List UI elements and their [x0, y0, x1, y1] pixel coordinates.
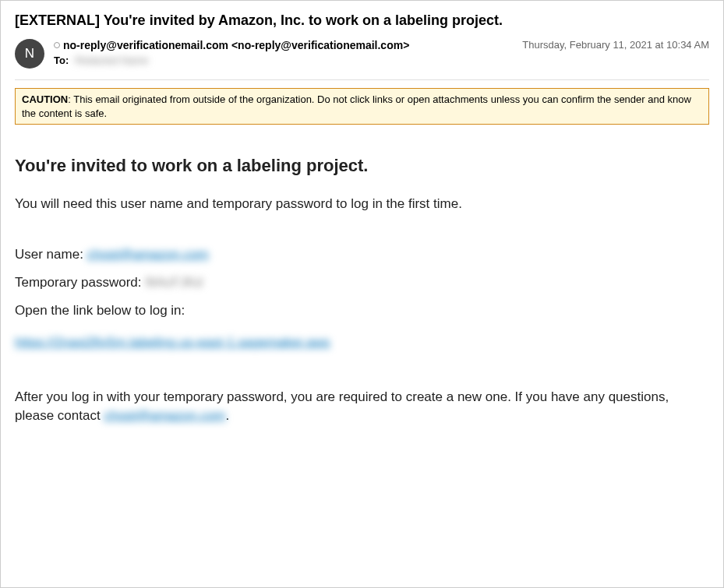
status-dot-icon: [54, 42, 60, 48]
sender-block: no-reply@verificationemail.com <no-reply…: [54, 39, 513, 66]
caution-text: : This email originated from outside of …: [22, 93, 691, 119]
open-link-label: Open the link below to log in:: [15, 297, 709, 325]
username-line: User name: chopt@amazon.com: [15, 241, 709, 269]
email-header: N no-reply@verificationemail.com <no-rep…: [15, 39, 709, 69]
email-body: You're invited to work on a labeling pro…: [15, 125, 709, 424]
sender-address[interactable]: no-reply@verificationemail.com <no-reply…: [63, 39, 409, 51]
password-value: 9tAcFJKd: [145, 275, 203, 290]
body-intro: You will need this user name and tempora…: [15, 195, 709, 214]
after-text-2: .: [226, 408, 230, 423]
caution-label: CAUTION: [22, 93, 68, 105]
caution-banner: CAUTION: This email originated from outs…: [15, 88, 709, 125]
email-subject: [EXTERNAL] You're invited by Amazon, Inc…: [15, 12, 709, 30]
to-label: To:: [54, 55, 69, 66]
username-value: chopt@amazon.com: [87, 247, 209, 262]
password-label: Temporary password:: [15, 275, 145, 290]
to-line: To: Redacted Name: [54, 55, 513, 66]
divider: [15, 79, 709, 80]
sender-avatar[interactable]: N: [15, 39, 44, 69]
after-paragraph: After you log in with your temporary pas…: [15, 388, 709, 425]
to-recipient[interactable]: Redacted Name: [75, 55, 148, 66]
email-window: [EXTERNAL] You're invited by Amazon, Inc…: [0, 0, 724, 588]
username-label: User name:: [15, 247, 87, 262]
login-link-line: https://2nasj26v5m.labeling.us-east-1.sa…: [15, 329, 709, 357]
email-timestamp: Thursday, February 11, 2021 at 10:34 AM: [522, 39, 709, 51]
password-line: Temporary password: 9tAcFJKd: [15, 269, 709, 297]
body-heading: You're invited to work on a labeling pro…: [15, 156, 709, 176]
sender-line: no-reply@verificationemail.com <no-reply…: [54, 39, 513, 51]
contact-email[interactable]: chopt@amazon.com: [104, 408, 225, 423]
login-link[interactable]: https://2nasj26v5m.labeling.us-east-1.sa…: [15, 335, 330, 350]
